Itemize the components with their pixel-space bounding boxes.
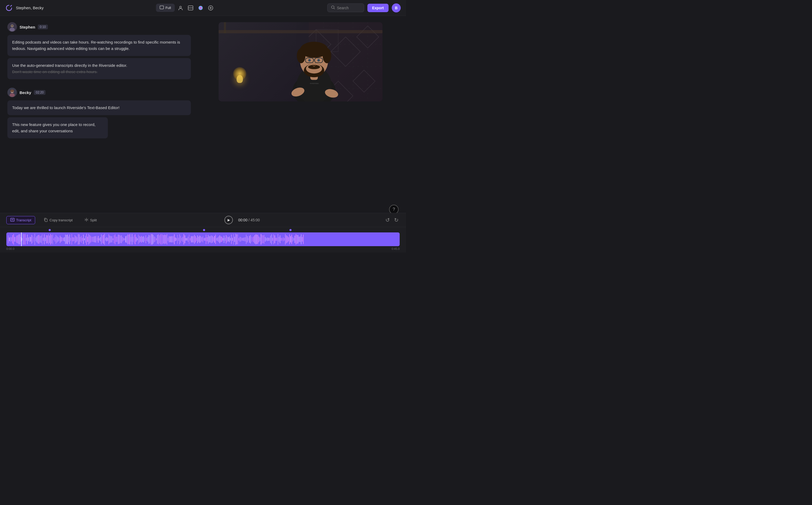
palette-icon-button[interactable] bbox=[196, 4, 205, 12]
transcript-bubble-b1[interactable]: Today we are thrilled to launch Riversid… bbox=[7, 101, 191, 115]
waveform-bar bbox=[74, 237, 74, 241]
transcript-bubble-s2[interactable]: Use the auto-generated transcripts direc… bbox=[7, 58, 191, 79]
split-button[interactable]: Split bbox=[81, 216, 100, 224]
waveform-bar bbox=[302, 237, 303, 241]
waveform-bar bbox=[232, 238, 233, 241]
waveform-bar bbox=[140, 237, 141, 242]
waveform-bar bbox=[285, 234, 286, 244]
speaker-header-stephen: Stephen 0:10 bbox=[7, 22, 191, 32]
waveform-bar bbox=[173, 236, 174, 242]
people-icon-button[interactable] bbox=[176, 4, 185, 12]
waveform-bar bbox=[159, 235, 160, 243]
svg-line-44 bbox=[85, 219, 86, 220]
waveform-bar bbox=[73, 237, 73, 241]
waveform-bar bbox=[172, 236, 173, 242]
waveform-bar bbox=[30, 237, 31, 242]
waveform-bar bbox=[31, 235, 32, 243]
waveform-bar bbox=[230, 238, 231, 240]
transcript-strikethrough-s2: Don't waste time on editing all those ex… bbox=[12, 69, 98, 74]
transcript-bubble-b2[interactable]: This new feature gives you one place to … bbox=[7, 117, 108, 138]
waveform-bar bbox=[284, 238, 285, 240]
waveform-bar bbox=[20, 234, 20, 244]
waveform-bar bbox=[191, 236, 191, 242]
copy-transcript-button[interactable]: Copy transcript bbox=[40, 216, 76, 224]
video-container: RIVERSIDE bbox=[219, 22, 383, 102]
play-button[interactable]: ▶ bbox=[225, 216, 233, 224]
waveform-bar bbox=[153, 235, 154, 244]
svg-rect-42 bbox=[45, 219, 47, 221]
total-time: 45:00 bbox=[251, 218, 260, 222]
svg-rect-39 bbox=[11, 218, 14, 221]
undo-button[interactable]: ↺ bbox=[384, 216, 391, 224]
logo-icon[interactable] bbox=[5, 4, 13, 12]
waveform-bar bbox=[170, 236, 170, 242]
waveform-bar bbox=[133, 237, 133, 242]
waveform-bar bbox=[213, 237, 214, 241]
export-button[interactable]: Export bbox=[368, 4, 389, 12]
waveform-bar bbox=[182, 237, 183, 242]
search-box[interactable]: Search bbox=[327, 3, 364, 12]
waveform-bar bbox=[8, 235, 9, 243]
waveform-bar bbox=[128, 234, 129, 244]
transcript-tab-button[interactable]: Transcript bbox=[6, 216, 35, 224]
waveform-section: 0:00.0 0:45.0 bbox=[0, 227, 406, 252]
waveform-bar bbox=[253, 236, 254, 242]
transcript-bubble-s1[interactable]: Editing podcasts and videos can take hou… bbox=[7, 35, 191, 56]
waveform-bar bbox=[118, 234, 119, 244]
add-icon-button[interactable] bbox=[207, 4, 215, 12]
waveform-bar bbox=[291, 234, 292, 244]
speaker-time-stephen: 0:10 bbox=[38, 25, 47, 29]
waveform-bar bbox=[297, 235, 297, 244]
waveform-bar bbox=[272, 238, 273, 241]
waveform-bar bbox=[59, 238, 59, 240]
waveform-bar bbox=[209, 236, 210, 242]
full-view-button[interactable]: Full bbox=[156, 4, 175, 12]
redo-button[interactable]: ↻ bbox=[393, 216, 400, 224]
waveform-bar bbox=[164, 234, 165, 244]
waveform-bar bbox=[55, 235, 56, 244]
waveform-bar bbox=[278, 234, 278, 245]
waveform-bar bbox=[268, 238, 269, 241]
waveform-bar bbox=[214, 236, 215, 242]
waveform-bar bbox=[131, 237, 131, 242]
waveform-bar bbox=[106, 237, 107, 241]
waveform-bar bbox=[114, 235, 115, 243]
waveform-bar bbox=[160, 234, 161, 244]
waveform-bar bbox=[150, 235, 150, 243]
waveform-bar bbox=[42, 234, 42, 244]
marker-dot-1 bbox=[49, 229, 51, 231]
waveform-bar bbox=[113, 238, 113, 240]
waveform-bar bbox=[261, 234, 261, 244]
layout-icon-button[interactable] bbox=[186, 4, 195, 12]
waveform-bar bbox=[251, 237, 252, 242]
waveform-bar bbox=[46, 235, 47, 244]
waveform-bar bbox=[303, 234, 304, 244]
waveform-bar bbox=[218, 236, 219, 242]
current-time: 00:00 bbox=[238, 218, 247, 222]
waveform-bar bbox=[162, 234, 163, 244]
waveform-bar bbox=[217, 237, 218, 241]
waveform-bar bbox=[44, 234, 45, 244]
topnav-center: Full bbox=[156, 4, 215, 12]
waveform-bar bbox=[174, 234, 175, 244]
waveform-bar bbox=[136, 237, 137, 242]
user-avatar[interactable]: B bbox=[392, 3, 401, 12]
svg-line-45 bbox=[85, 220, 86, 220]
waveform-bar bbox=[43, 238, 44, 241]
waveform-bar bbox=[257, 235, 258, 244]
waveform-bar bbox=[242, 238, 242, 241]
waveform-bar bbox=[289, 234, 290, 244]
waveform-bar bbox=[40, 236, 40, 243]
search-icon bbox=[331, 6, 335, 10]
waveform-track[interactable] bbox=[6, 232, 400, 246]
speaker-name-becky: Becky bbox=[20, 90, 31, 95]
waveform-bar bbox=[100, 237, 101, 241]
waveform-bar bbox=[107, 238, 108, 241]
waveform-bar bbox=[255, 234, 256, 244]
waveform-bar bbox=[76, 236, 77, 243]
waveform-bar bbox=[83, 234, 84, 244]
waveform-bar bbox=[279, 237, 279, 242]
waveform-timestamps: 0:00.0 0:45.0 bbox=[6, 246, 400, 250]
waveform-bar bbox=[216, 238, 217, 240]
waveform-bar bbox=[67, 234, 68, 244]
